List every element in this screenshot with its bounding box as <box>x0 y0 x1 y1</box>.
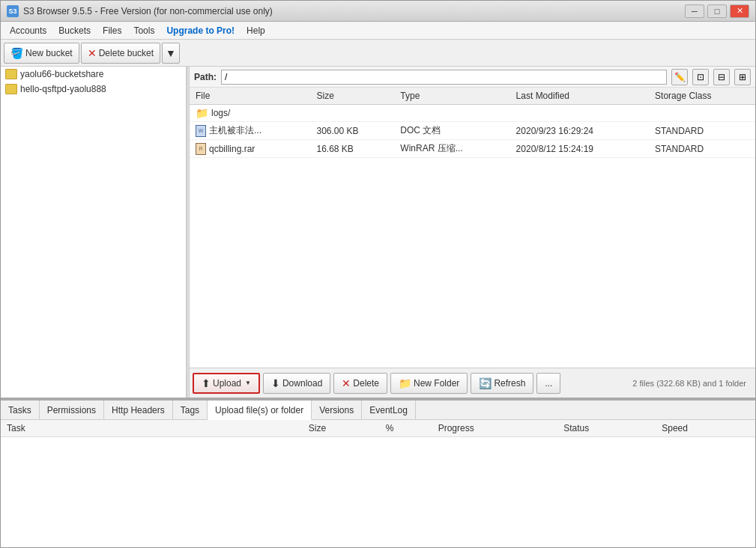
bucket-item-0[interactable]: yaolu66-bucketshare <box>1 67 186 82</box>
delete-button[interactable]: ✕ Delete <box>333 373 387 394</box>
file-name: W 主机被非法... <box>190 122 311 140</box>
file-type: DOC 文档 <box>394 122 509 140</box>
folder-icon: 📁 <box>196 107 208 119</box>
upload-icon: ⬆ <box>202 377 211 389</box>
delete-bucket-button[interactable]: ✕ Delete bucket <box>81 43 160 64</box>
new-folder-button[interactable]: 📁 New Folder <box>390 373 468 394</box>
upload-button[interactable]: ⬆ Upload ▼ <box>193 373 260 394</box>
path-bar: Path: ✏️ ⊡ ⊟ ⊞ <box>190 67 755 88</box>
path-label: Path: <box>194 72 217 82</box>
path-input[interactable] <box>221 70 667 85</box>
tab-tags[interactable]: Tags <box>173 401 208 419</box>
task-content: Task Size % Progress Status Speed <box>1 420 755 548</box>
col-size: Size <box>311 88 395 105</box>
table-row[interactable]: R qcbilling.rar 16.68 KB WinRAR 压缩... 20… <box>190 140 755 158</box>
maximize-button[interactable]: □ <box>707 4 727 18</box>
bucket-icon <box>5 69 17 79</box>
file-storage-class: STANDARD <box>649 122 755 140</box>
col-progress: Progress <box>432 420 558 437</box>
new-bucket-icon: 🪣 <box>10 47 23 59</box>
refresh-view-button[interactable]: ⊞ <box>734 69 751 85</box>
col-status: Status <box>557 420 656 437</box>
menu-help[interactable]: Help <box>241 24 271 37</box>
col-type: Type <box>394 88 509 105</box>
minimize-button[interactable]: ─ <box>685 4 704 18</box>
table-row[interactable]: W 主机被非法... 306.00 KB DOC 文档 2020/9/23 16… <box>190 122 755 140</box>
file-size <box>311 105 395 122</box>
tab-tasks[interactable]: Tasks <box>1 401 40 419</box>
refresh-button[interactable]: 🔄 Refresh <box>471 373 533 394</box>
download-icon: ⬇ <box>271 377 280 389</box>
file-actions: ⬆ Upload ▼ ⬇ Download ✕ Delete 📁 New Fol… <box>190 368 755 398</box>
new-folder-icon: 📁 <box>399 377 411 389</box>
col-storage: Storage Class <box>649 88 755 105</box>
rar-icon: R <box>196 143 206 155</box>
file-type: WinRAR 压缩... <box>394 140 509 158</box>
col-percent: % <box>380 420 432 437</box>
tab-permissions[interactable]: Permissions <box>40 401 104 419</box>
file-storage-class <box>649 105 755 122</box>
file-type <box>394 105 509 122</box>
tab-upload-files[interactable]: Upload file(s) or folder <box>208 401 312 420</box>
col-file: File <box>190 88 311 105</box>
file-modified <box>510 105 649 122</box>
window-controls: ─ □ ✕ <box>685 4 749 18</box>
title-text: S3 Browser 9.5.5 - Free Version (for non… <box>23 6 685 16</box>
file-modified: 2020/9/23 16:29:24 <box>510 122 649 140</box>
file-storage-class: STANDARD <box>649 140 755 158</box>
toggle-view-button[interactable]: ⊡ <box>692 69 709 85</box>
delete-icon: ✕ <box>342 377 351 389</box>
bottom-panel: Tasks Permissions Http Headers Tags Uplo… <box>1 399 755 548</box>
col-task: Task <box>1 420 303 437</box>
bucket-icon <box>5 84 17 94</box>
title-bar: S3 S3 Browser 9.5.5 - Free Version (for … <box>1 1 755 22</box>
upload-dropdown-arrow: ▼ <box>245 380 251 386</box>
menu-files[interactable]: Files <box>97 24 127 37</box>
close-button[interactable]: ✕ <box>730 4 749 18</box>
file-count: 2 files (322.68 KB) and 1 folder <box>632 379 752 388</box>
table-row[interactable]: 📁 logs/ <box>190 105 755 122</box>
download-button[interactable]: ⬇ Download <box>263 373 330 394</box>
tab-versions[interactable]: Versions <box>312 401 362 419</box>
refresh-icon: 🔄 <box>479 377 492 389</box>
bucket-tree: yaolu66-bucketshare hello-qsftpd-yaolu88… <box>1 67 187 398</box>
menu-upgrade[interactable]: Upgrade to Pro! <box>160 24 241 37</box>
bucket-name: yaolu66-bucketshare <box>20 69 103 79</box>
dropdown-button[interactable]: ▼ <box>162 43 180 64</box>
col-modified: Last Modified <box>510 88 649 105</box>
tab-eventlog[interactable]: EventLog <box>362 401 416 419</box>
menu-tools[interactable]: Tools <box>127 24 160 37</box>
new-bucket-button[interactable]: 🪣 New bucket <box>4 43 79 64</box>
bucket-name: hello-qsftpd-yaolu888 <box>20 84 106 94</box>
bucket-item-1[interactable]: hello-qsftpd-yaolu888 <box>1 82 186 97</box>
filter-button[interactable]: ⊟ <box>713 69 730 85</box>
file-size: 306.00 KB <box>311 122 395 140</box>
more-options-button[interactable]: ... <box>536 373 560 394</box>
file-modified: 2020/8/12 15:24:19 <box>510 140 649 158</box>
doc-icon: W <box>196 125 206 137</box>
file-name: R qcbilling.rar <box>190 140 311 158</box>
col-size: Size <box>303 420 380 437</box>
file-table: File Size Type Last Modified Storage Cla… <box>190 88 755 368</box>
menu-accounts[interactable]: Accounts <box>4 24 52 37</box>
tab-http-headers[interactable]: Http Headers <box>104 401 173 419</box>
menu-buckets[interactable]: Buckets <box>52 24 97 37</box>
edit-path-button[interactable]: ✏️ <box>671 69 688 85</box>
file-name: 📁 logs/ <box>190 105 311 122</box>
tab-bar: Tasks Permissions Http Headers Tags Uplo… <box>1 401 755 420</box>
file-size: 16.68 KB <box>311 140 395 158</box>
delete-bucket-icon: ✕ <box>88 47 97 59</box>
col-speed: Speed <box>656 420 755 437</box>
menu-bar: Accounts Buckets Files Tools Upgrade to … <box>1 22 755 40</box>
file-panel: Path: ✏️ ⊡ ⊟ ⊞ File Size Type Last Modif… <box>190 67 755 398</box>
toolbar: 🪣 New bucket ✕ Delete bucket ▼ <box>1 40 755 67</box>
app-icon: S3 <box>7 5 19 17</box>
